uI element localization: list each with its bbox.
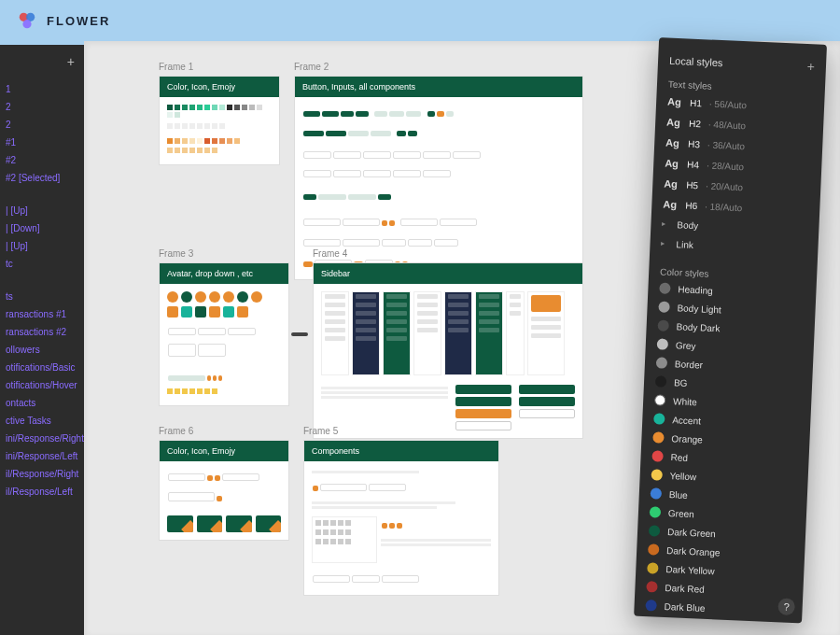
text-style-spec: · 48/Auto [708,120,746,132]
layer-item[interactable]: 2 [0,116,84,134]
text-style-name: H4 [687,160,699,171]
brand: FLOWER [17,10,110,31]
chevron-right-icon: ▸ [661,239,668,247]
color-name: Dark Green [667,527,716,539]
frame-title: Sidebar [314,263,582,284]
layer-item[interactable]: #2 [Selected] [0,169,84,187]
color-swatch-icon [652,431,665,444]
layer-item[interactable]: otifications/Basic [0,359,84,376]
text-sample: Ag [663,199,679,211]
color-name: Green [668,508,694,519]
color-swatch-icon [655,375,667,388]
layer-item[interactable]: otifications/Hover [0,376,84,394]
frame-title: Color, Icon, Emojy [160,441,288,461]
frame-label: Frame 1 [159,62,280,72]
frame-1[interactable]: Frame 1 Color, Icon, Emojy [159,62,280,165]
color-name: Body Light [677,303,721,315]
color-swatch-icon [646,581,658,593]
color-swatch-icon [658,301,670,313]
color-name: Body Dark [676,321,720,333]
frame-label: Frame 2 [294,62,583,72]
frame-title: Color, Icon, Emojy [160,77,279,97]
color-name: Accent [672,415,701,426]
color-name: Heading [678,284,713,296]
frame-title: Components [304,441,498,461]
color-swatch-icon [657,338,669,350]
text-sample: Ag [667,96,683,108]
group-label: Body [677,219,698,231]
layer-item[interactable]: ini/Response/Left [0,447,84,465]
layers-panel[interactable]: + 122#1#2#2 [Selected]| [Up]| [Down]| [U… [0,45,84,635]
layer-item[interactable]: #2 [0,151,84,169]
color-name: White [673,396,697,407]
color-swatch-icon [654,394,666,406]
app-name: FLOWER [47,14,110,28]
add-page-icon[interactable]: + [67,54,75,69]
svg-point-2 [22,20,31,28]
color-name: Dark Red [665,582,705,594]
color-name: Grey [676,340,696,351]
color-swatch-icon [659,282,671,294]
text-sample: Ag [665,137,681,149]
frame-6[interactable]: Frame 6 Color, Icon, Emojy [159,426,289,541]
frame-title: Button, Inputs, all components [295,77,582,97]
layer-item[interactable]: ts [0,288,84,305]
layer-item[interactable]: #1 [0,134,84,151]
color-swatch-icon [648,543,660,556]
frame-4[interactable]: Frame 4 Sidebar [313,248,583,439]
layer-item[interactable]: ollowers [0,341,84,359]
color-swatch-icon [651,487,663,500]
text-style-spec: · 18/Auto [705,201,742,213]
text-style-name: H1 [690,98,702,109]
frame-title: Avatar, drop down , etc [160,263,288,284]
frame-2[interactable]: Frame 2 Button, Inputs, all components [294,62,583,280]
color-swatch-icon [645,600,657,612]
text-style-name: H2 [689,119,701,130]
frame-label: Frame 4 [313,248,583,259]
text-sample: Ag [664,178,679,190]
text-sample: Ag [666,117,682,129]
layer-item[interactable]: | [Up] [0,202,84,219]
text-style-spec: · 56/Auto [709,99,747,111]
color-swatch-icon [653,413,665,425]
text-style-name: H6 [685,201,697,212]
text-style-spec: · 36/Auto [707,140,745,152]
layer-item[interactable]: ransactions #2 [0,323,84,341]
layer-item[interactable]: 2 [0,98,84,116]
panel-title: Local styles [669,55,723,68]
layer-item[interactable]: | [Up] [0,237,84,255]
layer-item[interactable]: il/Response/Right [0,465,84,483]
layer-item[interactable] [0,187,84,194]
color-name: BG [674,377,688,388]
layer-item[interactable] [0,194,84,202]
layer-item[interactable]: ini/Response/Right [0,430,84,447]
layer-item[interactable]: il/Response/Left [0,483,84,501]
color-name: Dark Blue [664,600,705,613]
layer-item[interactable] [0,273,84,280]
color-swatch-icon [647,562,659,574]
color-swatch-icon [656,357,668,369]
layer-item[interactable]: ctive Tasks [0,412,84,430]
chevron-right-icon: ▸ [662,219,669,228]
color-swatch-icon [651,469,663,481]
logo-icon [17,10,37,31]
layer-item[interactable] [0,280,84,288]
layer-item[interactable]: ontacts [0,394,84,412]
frame-3[interactable]: Frame 3 Avatar, drop down , etc [159,248,289,406]
color-name: Yellow [669,471,696,482]
color-name: Red [670,452,688,463]
layer-item[interactable]: | [Down] [0,219,84,237]
text-style-name: H5 [686,180,698,191]
color-name: Dark Orange [666,545,721,557]
color-name: Border [675,359,703,370]
color-name: Orange [671,433,703,444]
local-styles-panel[interactable]: Local styles + Text styles AgH1· 56/Auto… [634,37,827,623]
color-swatch-icon [651,450,664,462]
layer-item[interactable]: 1 [0,80,84,98]
add-style-icon[interactable]: + [806,59,815,74]
frame-5[interactable]: Frame 5 Components [303,426,499,596]
frame-label: Frame 3 [159,248,289,259]
layer-item[interactable]: tc [0,255,84,273]
connector-icon [291,332,308,336]
layer-item[interactable]: ransactions #1 [0,305,84,323]
